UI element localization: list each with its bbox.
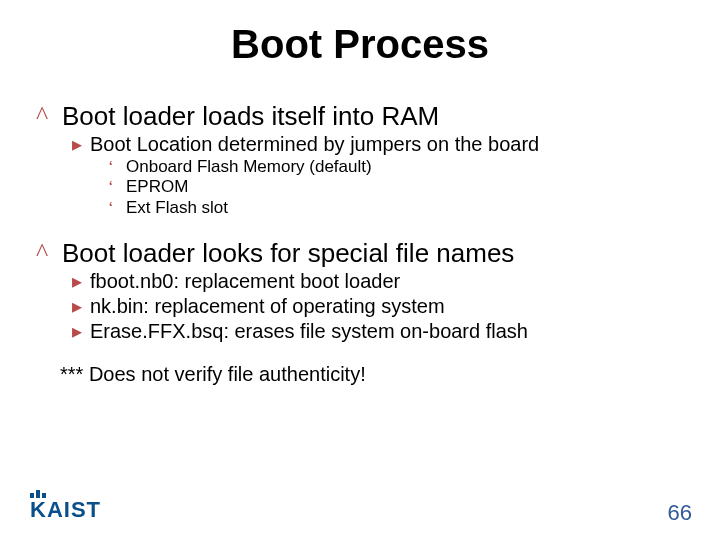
bullet-level3: ‘Ext Flash slot [108,198,682,218]
level1-text: Boot loader loads itself into RAM [62,101,439,131]
bullet-level2: ▸Boot Location determined by jumpers on … [72,133,682,156]
level1-text: Boot loader looks for special file names [62,238,514,268]
level3-text: EPROM [126,177,188,196]
triangle-icon: ▸ [72,320,90,343]
spacer [36,217,682,235]
bullet-level2: ▸nk.bin: replacement of operating system [72,295,682,318]
leo-icon: ‘ [108,177,126,197]
leo-icon: ‘ [108,198,126,218]
aries-icon: ^ [36,102,62,131]
level2-text: Erase.FFX.bsq: erases file system on-boa… [90,320,528,342]
slide: Boot Process ^Boot loader loads itself i… [0,0,720,540]
bullet-level3: ‘Onboard Flash Memory (default) [108,157,682,177]
page-title: Boot Process [0,22,720,67]
bullet-level2: ▸fboot.nb0: replacement boot loader [72,270,682,293]
bullet-level3: ‘EPROM [108,177,682,197]
logo-text: KAIST [30,497,101,520]
bullet-level1: ^Boot loader looks for special file name… [36,239,682,268]
triangle-icon: ▸ [72,133,90,156]
bullet-level1: ^Boot loader loads itself into RAM [36,102,682,131]
triangle-icon: ▸ [72,270,90,293]
leo-icon: ‘ [108,157,126,177]
level2-text: nk.bin: replacement of operating system [90,295,445,317]
level2-text: fboot.nb0: replacement boot loader [90,270,400,292]
kaist-logo: KAIST [30,490,140,520]
level2-text: Boot Location determined by jumpers on t… [90,133,539,155]
level3-text: Ext Flash slot [126,198,228,217]
level3-text: Onboard Flash Memory (default) [126,157,372,176]
warning-note: *** Does not verify file authenticity! [60,363,682,386]
slide-body: ^Boot loader loads itself into RAM ▸Boot… [36,98,682,386]
bullet-level2: ▸Erase.FFX.bsq: erases file system on-bo… [72,320,682,343]
triangle-icon: ▸ [72,295,90,318]
page-number: 66 [668,500,692,526]
aries-icon: ^ [36,239,62,268]
